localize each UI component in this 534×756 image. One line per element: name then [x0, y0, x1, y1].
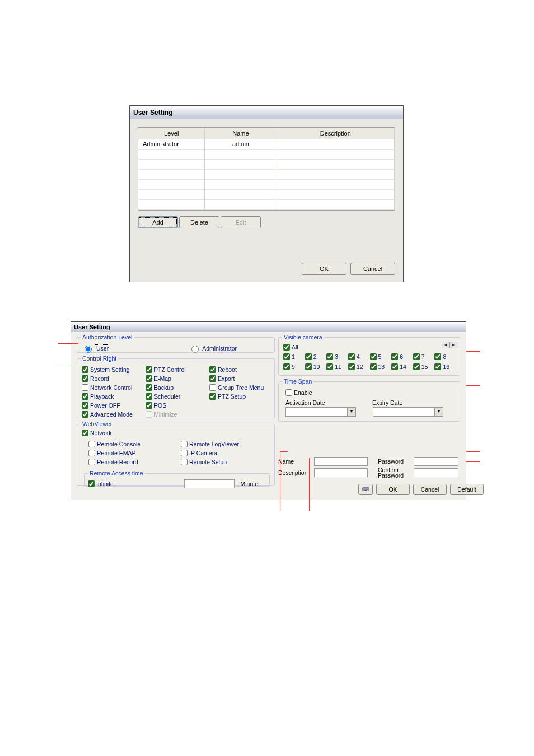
table-row[interactable]	[138, 169, 395, 179]
checkbox-ctrl3-1[interactable]	[209, 375, 216, 382]
checkbox-camera-10[interactable]	[305, 363, 312, 370]
checkbox-enable[interactable]	[285, 389, 292, 396]
checkbox-label[interactable]: Remote EMAP	[97, 450, 135, 456]
checkbox-label[interactable]: Export	[218, 375, 235, 382]
checkbox-network-label[interactable]: Network	[90, 430, 112, 436]
checkbox-camera-16[interactable]	[434, 363, 441, 370]
checkbox-ctrl3-2[interactable]	[209, 384, 216, 391]
table-row[interactable]	[138, 149, 395, 159]
default-button[interactable]: Default	[450, 484, 484, 495]
checkbox-label[interactable]: Remote Setup	[189, 459, 227, 465]
checkbox-ctrl1-4[interactable]	[82, 402, 88, 409]
checkbox-ctrl1-2[interactable]	[82, 384, 88, 391]
checkbox-label[interactable]: POS	[154, 402, 166, 409]
checkbox-camera-label[interactable]: 4	[357, 353, 360, 360]
checkbox-camera-label[interactable]: 11	[335, 363, 341, 370]
checkbox-camera-15[interactable]	[413, 363, 420, 370]
table-row[interactable]	[138, 199, 395, 209]
checkbox-label[interactable]: System Setting	[90, 366, 130, 373]
minute-input[interactable]	[184, 479, 235, 488]
checkbox-camera-label[interactable]: 1	[292, 353, 295, 360]
checkbox-camera-8[interactable]	[434, 353, 441, 360]
checkbox-ctrl2-2[interactable]	[146, 384, 152, 391]
radio-admin-label[interactable]: Administrator	[202, 345, 237, 352]
checkbox-network[interactable]	[82, 430, 88, 436]
checkbox-ctrl2-3[interactable]	[146, 393, 152, 400]
checkbox-camera-label[interactable]: 8	[443, 353, 446, 360]
checkbox-label[interactable]: E-Map	[154, 375, 171, 382]
checkbox-label[interactable]: Scheduler	[154, 393, 180, 400]
checkbox-ctrl3-0[interactable]	[209, 366, 216, 373]
on-screen-keyboard-button[interactable]: ⌨	[358, 484, 373, 495]
chevron-down-icon[interactable]: ▾	[434, 408, 443, 416]
checkbox-ctrl2-4[interactable]	[146, 402, 152, 409]
checkbox-label[interactable]: Power OFF	[90, 402, 120, 409]
checkbox-web1-0[interactable]	[88, 441, 95, 447]
checkbox-camera-13[interactable]	[370, 363, 377, 370]
cancel-button[interactable]: Cancel	[350, 263, 395, 275]
checkbox-web2-1[interactable]	[181, 450, 188, 456]
checkbox-label[interactable]: Backup	[154, 384, 174, 391]
checkbox-label[interactable]: Remote Console	[97, 441, 140, 447]
checkbox-web1-1[interactable]	[88, 450, 95, 456]
ok-button[interactable]: OK	[302, 263, 346, 275]
radio-user[interactable]	[85, 346, 92, 353]
edit-button[interactable]: Edit	[221, 216, 261, 228]
table-row[interactable]	[138, 179, 395, 189]
chevron-down-icon[interactable]: ▾	[347, 408, 355, 416]
checkbox-ctrl3-3[interactable]	[209, 393, 216, 400]
name-input[interactable]	[314, 457, 368, 466]
checkbox-camera-2[interactable]	[305, 353, 312, 360]
checkbox-camera-3[interactable]	[326, 353, 333, 360]
checkbox-label[interactable]: Playback	[90, 393, 114, 400]
checkbox-infinite[interactable]	[88, 480, 95, 487]
checkbox-camera-label[interactable]: 3	[335, 353, 338, 360]
checkbox-camera-5[interactable]	[370, 353, 377, 360]
activation-date-picker[interactable]: ▾	[285, 407, 356, 417]
checkbox-camera-label[interactable]: 14	[400, 363, 406, 370]
checkbox-ctrl2-0[interactable]	[146, 366, 152, 373]
checkbox-label[interactable]: Minimize	[154, 411, 177, 418]
checkbox-camera-label[interactable]: 9	[292, 363, 295, 370]
ok-button[interactable]: OK	[376, 484, 410, 495]
checkbox-camera-label[interactable]: 6	[400, 353, 403, 360]
radio-user-label[interactable]: User	[95, 344, 110, 352]
checkbox-camera-label[interactable]: 10	[313, 363, 320, 370]
checkbox-camera-label[interactable]: 16	[443, 363, 449, 370]
checkbox-enable-label[interactable]: Enable	[294, 389, 312, 396]
checkbox-camera-all-label[interactable]: All	[292, 344, 298, 351]
checkbox-label[interactable]: PTZ Setup	[218, 393, 246, 400]
checkbox-label[interactable]: Remote Record	[97, 459, 138, 465]
checkbox-camera-label[interactable]: 5	[378, 353, 382, 360]
checkbox-label[interactable]: Reboot	[218, 366, 237, 373]
checkbox-camera-12[interactable]	[348, 363, 355, 370]
camera-pager-next[interactable]: ▸	[449, 342, 457, 348]
table-row[interactable]	[138, 159, 395, 169]
checkbox-label[interactable]: Network Control	[90, 384, 132, 391]
col-name[interactable]: Name	[205, 128, 277, 139]
checkbox-label[interactable]: Record	[90, 375, 109, 382]
checkbox-label[interactable]: Remote LogViewer	[189, 441, 239, 447]
checkbox-label[interactable]: Group Tree Menu	[218, 384, 264, 391]
checkbox-ctrl1-3[interactable]	[82, 393, 88, 400]
checkbox-camera-all[interactable]	[283, 344, 290, 351]
checkbox-camera-label[interactable]: 13	[378, 363, 385, 370]
checkbox-web2-2[interactable]	[181, 459, 188, 465]
checkbox-infinite-label[interactable]: Infinite	[96, 480, 114, 487]
checkbox-camera-11[interactable]	[326, 363, 333, 370]
expiry-date-picker[interactable]: ▾	[373, 407, 443, 417]
checkbox-label[interactable]: IP Camera	[189, 450, 217, 456]
col-description[interactable]: Description	[277, 128, 394, 139]
checkbox-ctrl2-5[interactable]	[146, 411, 152, 418]
checkbox-camera-7[interactable]	[413, 353, 420, 360]
checkbox-camera-label[interactable]: 15	[421, 363, 428, 370]
checkbox-camera-14[interactable]	[391, 363, 398, 370]
radio-admin[interactable]	[191, 346, 199, 353]
checkbox-camera-4[interactable]	[348, 353, 355, 360]
delete-button[interactable]: Delete	[179, 216, 219, 228]
checkbox-camera-6[interactable]	[391, 353, 398, 360]
checkbox-web1-2[interactable]	[88, 459, 95, 465]
checkbox-ctrl1-5[interactable]	[82, 411, 88, 418]
checkbox-label[interactable]: Advanced Mode	[90, 411, 133, 418]
description-input[interactable]	[314, 468, 368, 477]
